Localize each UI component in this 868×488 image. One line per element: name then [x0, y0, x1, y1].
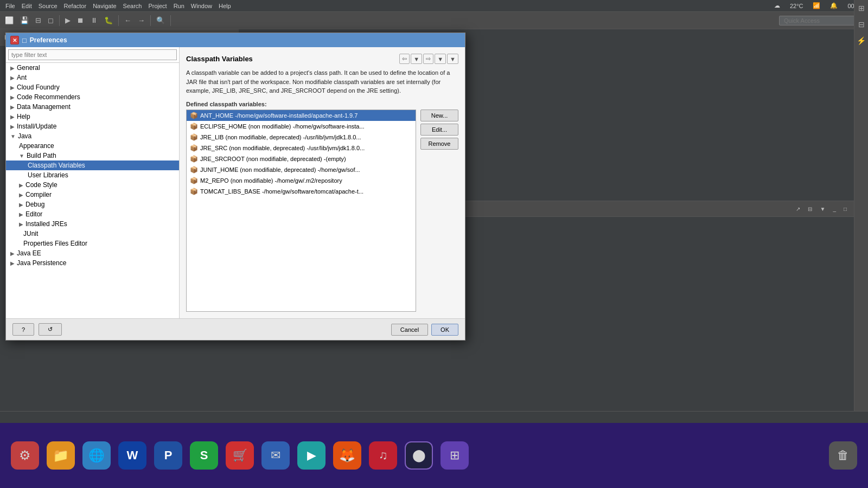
tree-item-user-libraries[interactable]: User Libraries — [6, 170, 179, 180]
tree-item-help[interactable]: ▶ Help — [6, 112, 179, 121]
menu-item-source[interactable]: Source — [35, 3, 61, 9]
right-icon-2[interactable]: ⊟ — [857, 18, 866, 30]
tree-filter — [6, 47, 179, 63]
build-path-label: Build Path — [27, 152, 56, 159]
toolbar-square-btn[interactable]: ◻ — [45, 15, 56, 25]
menu-item-help[interactable]: Help — [215, 3, 234, 9]
toolbar-print-btn[interactable]: ⊟ — [33, 15, 44, 25]
tree-item-code-style[interactable]: ▶ Code Style — [6, 180, 179, 190]
nav-back-dropdown[interactable]: ▼ — [411, 54, 422, 64]
toolbar-search-btn[interactable]: 🔍 — [154, 15, 168, 25]
toolbar-pause-btn[interactable]: ⏸ — [88, 15, 100, 25]
menu-item-refactor[interactable]: Refactor — [61, 3, 90, 9]
description-text: A classpath variable can be added to a p… — [186, 68, 458, 95]
tree-item-java[interactable]: ▼ Java — [6, 131, 179, 141]
tree-item-props-editor[interactable]: Properties Files Editor — [6, 239, 179, 248]
taskbar-slides[interactable]: S — [190, 441, 218, 470]
menu-item-file[interactable]: File — [2, 3, 18, 9]
tree-item-data-management[interactable]: ▶ Data Management — [6, 102, 179, 112]
content-menu-btn[interactable]: ▼ — [447, 54, 458, 64]
taskbar-files[interactable]: 📁 — [47, 441, 75, 470]
taskbar-terminal[interactable]: ▶ — [297, 441, 326, 470]
email-icon: ✉ — [271, 448, 280, 463]
cloud-foundry-label: Cloud Foundry — [17, 84, 60, 91]
tree-item-cloud-foundry[interactable]: ▶ Cloud Foundry — [6, 82, 179, 92]
var-item-m2-repo[interactable]: 📦 M2_REPO (non modifiable) -/home/gw/.m2… — [187, 175, 416, 186]
tree-item-editor[interactable]: ▶ Editor — [6, 209, 179, 219]
dialog-close-btn[interactable]: ✕ — [10, 36, 19, 44]
tree-item-debug[interactable]: ▶ Debug — [6, 200, 179, 209]
var-item-ant-home[interactable]: 📦 ANT_HOME -/home/gw/software-installed/… — [187, 110, 416, 121]
nav-back-btn[interactable]: ⇦ — [399, 54, 410, 64]
nav-forward-btn[interactable]: ⇨ — [423, 54, 433, 64]
var-item-jre-srcroot[interactable]: 📦 JRE_SRCROOT (non modifiable, deprecate… — [187, 153, 416, 164]
debug-panel-btn3[interactable]: ▼ — [817, 205, 828, 213]
debug-panel-btn2[interactable]: ⊟ — [805, 205, 815, 213]
tree-item-java-ee[interactable]: ▶ Java EE — [6, 248, 179, 258]
taskbar-firefox[interactable]: 🦊 — [333, 441, 361, 470]
tree-item-installed-jres[interactable]: ▶ Installed JREs — [6, 219, 179, 229]
tree-item-classpath-variables[interactable]: Classpath Variables — [6, 160, 179, 170]
tree-item-general[interactable]: ▶ General — [6, 63, 179, 73]
toolbar-forward-btn[interactable]: → — [135, 15, 148, 25]
debug-panel-btn1[interactable]: ↗ — [793, 205, 803, 213]
taskbar-shopping[interactable]: 🛒 — [226, 441, 254, 470]
var-item-tomcat[interactable]: 📦 TOMCAT_LIBS_BASE -/home/gw/software/to… — [187, 186, 416, 197]
tree-item-compiler[interactable]: ▶ Compiler — [6, 190, 179, 200]
data-management-label: Data Management — [17, 103, 71, 111]
cancel-btn[interactable]: Cancel — [391, 324, 428, 336]
menu-item-window[interactable]: Window — [188, 3, 215, 9]
toolbar-new-btn[interactable]: ⬜ — [2, 15, 16, 25]
remove-btn[interactable]: Remove — [420, 138, 458, 150]
debug-panel-btn5[interactable]: □ — [841, 205, 850, 213]
tree-item-install-update[interactable]: ▶ Install/Update — [6, 121, 179, 131]
taskbar-eclipse[interactable]: ⬤ — [405, 441, 433, 470]
menu-item-project[interactable]: Project — [145, 3, 170, 9]
restore-btn[interactable]: ↺ — [39, 323, 62, 336]
debug-panel-btn4[interactable]: _ — [830, 205, 839, 213]
taskbar-clipboard[interactable]: P — [154, 441, 182, 470]
taskbar-settings[interactable]: ⚙ — [11, 441, 39, 470]
toolbar-save-btn[interactable]: 💾 — [17, 15, 31, 25]
nav-forward-dropdown[interactable]: ▼ — [435, 54, 446, 64]
edit-btn[interactable]: Edit... — [420, 124, 458, 136]
taskbar-grid[interactable]: ⊞ — [441, 441, 469, 470]
tree-item-appearance[interactable]: Appearance — [6, 141, 179, 151]
quick-access-input[interactable] — [779, 16, 866, 25]
menu-item-run[interactable]: Run — [170, 3, 188, 9]
right-icon-1[interactable]: ⊞ — [857, 2, 866, 14]
taskbar-email[interactable]: ✉ — [261, 441, 290, 470]
variables-list: 📦 ANT_HOME -/home/gw/software-installed/… — [186, 110, 416, 312]
tree-item-java-persistence[interactable]: ▶ Java Persistence — [6, 258, 179, 268]
toolbar-sep-2 — [118, 15, 119, 26]
tree-item-code-recommenders[interactable]: ▶ Code Recommenders — [6, 92, 179, 102]
toolbar-debug-btn[interactable]: 🐛 — [101, 15, 116, 25]
toolbar-back-btn[interactable]: ← — [122, 15, 134, 25]
tree-item-junit[interactable]: JUnit — [6, 229, 179, 239]
taskbar-browser[interactable]: 🌐 — [82, 441, 111, 470]
var-item-jre-lib[interactable]: 📦 JRE_LIB (non modifiable, deprecated) -… — [187, 132, 416, 143]
help-footer-btn[interactable]: ? — [12, 323, 34, 336]
music-icon: ♫ — [379, 448, 388, 463]
var-item-eclipse-home[interactable]: 📦 ECLIPSE_HOME (non modifiable) -/home/g… — [187, 121, 416, 132]
taskbar-word[interactable]: W — [118, 441, 146, 470]
tree-item-build-path[interactable]: ▼ Build Path — [6, 151, 179, 160]
tree-filter-input[interactable] — [8, 49, 177, 60]
menu-item-search[interactable]: Search — [120, 3, 145, 9]
taskbar-trash[interactable]: 🗑 — [829, 441, 857, 470]
menu-item-edit[interactable]: Edit — [18, 3, 35, 9]
ok-btn[interactable]: OK — [431, 324, 458, 336]
editor-label: Editor — [25, 210, 42, 218]
menu-item-navigate[interactable]: Navigate — [90, 3, 119, 9]
var-icon-eclipse-home: 📦 — [190, 123, 198, 130]
var-item-junit-home[interactable]: 📦 JUNIT_HOME (non modifiable, deprecated… — [187, 164, 416, 175]
general-arrow: ▶ — [10, 65, 15, 71]
toolbar-run-btn[interactable]: ▶ — [62, 15, 73, 25]
java-ee-label: Java EE — [17, 249, 41, 257]
var-item-jre-src[interactable]: 📦 JRE_SRC (non modifiable, deprecated) -… — [187, 143, 416, 153]
toolbar-stop-btn[interactable]: ⏹ — [74, 15, 87, 25]
new-btn[interactable]: New... — [420, 110, 458, 121]
right-icon-3[interactable]: ⚡ — [855, 35, 867, 47]
taskbar-music[interactable]: ♫ — [369, 441, 397, 470]
tree-item-ant[interactable]: ▶ Ant — [6, 73, 179, 82]
